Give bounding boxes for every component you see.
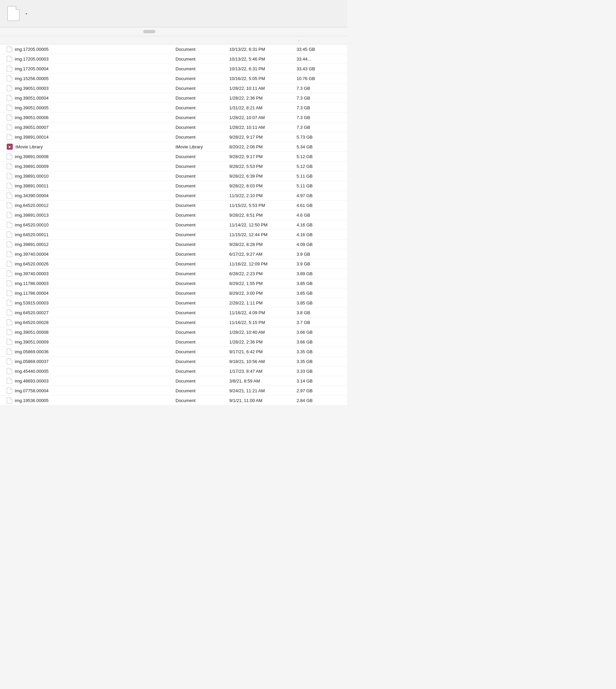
table-row[interactable]: img.39740.00003 Document 6/28/22, 2:23 P… — [0, 269, 347, 279]
table-row[interactable]: img.64520.00026 Document 11/16/22, 12:09… — [0, 259, 347, 269]
document-icon — [7, 251, 12, 257]
col-size-header[interactable]: ↓ — [296, 38, 340, 42]
table-row[interactable]: img.39891.00013 Document 9/28/22, 8:51 P… — [0, 210, 347, 220]
file-kind-cell: Document — [176, 105, 229, 110]
table-header: ↓ — [0, 36, 347, 44]
col-accessed-header[interactable] — [229, 38, 296, 42]
table-row[interactable]: img.17205.00003 Document 10/13/22, 5:46 … — [0, 54, 347, 64]
document-icon — [7, 261, 12, 267]
document-icon — [7, 339, 12, 345]
tab-file-browser[interactable] — [192, 30, 204, 33]
file-name-text: img.39051.00008 — [15, 330, 48, 335]
file-name-cell: img.39051.00008 — [7, 329, 176, 335]
document-icon — [7, 378, 12, 384]
table-row[interactable]: img.17205.00005 Document 10/13/22, 6:31 … — [0, 44, 347, 54]
table-row[interactable]: img.39051.00006 Document 1/28/22, 10:07 … — [0, 113, 347, 123]
file-accessed-cell: 11/16/22, 12:09 PM — [229, 261, 296, 266]
file-name-text: img.39891.00009 — [15, 164, 48, 169]
file-name-text: img.39051.00005 — [15, 105, 48, 110]
table-row[interactable]: img.39051.00009 Document 1/28/22, 2:36 P… — [0, 337, 347, 347]
file-kind-cell: Document — [176, 340, 229, 345]
table-row[interactable]: img.17205.00004 Document 10/13/22, 6:31 … — [0, 64, 347, 74]
file-name-text: img.11786.00003 — [15, 281, 48, 286]
table-row[interactable]: img.15256.00005 Document 10/16/22, 5:05 … — [0, 74, 347, 83]
file-kind-cell: Document — [176, 359, 229, 364]
table-row[interactable]: img.19536.00005 Document 9/1/21, 11:00 A… — [0, 396, 347, 405]
tab-containers[interactable] — [180, 30, 192, 33]
table-row[interactable]: img.64520.00027 Document 11/16/22, 4:09 … — [0, 308, 347, 318]
file-kind-cell: Document — [176, 320, 229, 325]
tab-downloads[interactable] — [155, 30, 168, 33]
file-accessed-cell: 9/1/21, 11:00 AM — [229, 398, 296, 403]
table-row[interactable]: img.39891.00010 Document 9/28/22, 6:39 P… — [0, 171, 347, 181]
file-size-cell: 4.97 GB — [296, 193, 340, 198]
file-size-cell: 3.9 GB — [296, 252, 340, 257]
table-row[interactable]: img.39891.00011 Document 9/28/22, 8:03 P… — [0, 181, 347, 191]
file-size-cell: 5.12 GB — [296, 154, 340, 159]
table-row[interactable]: img.05869.00037 Document 9/18/21, 10:56 … — [0, 357, 347, 366]
file-kind-cell: Document — [176, 76, 229, 81]
table-row[interactable]: img.45440.00005 Document 1/17/23, 8:47 A… — [0, 366, 347, 376]
file-size-cell: 2.97 GB — [296, 388, 340, 393]
table-row[interactable]: img.39891.00014 Document 9/28/22, 9:17 P… — [0, 132, 347, 142]
tab-unsupported-apps[interactable] — [168, 30, 180, 33]
table-row[interactable]: img.48693.00003 Document 3/8/21, 8:59 AM… — [0, 376, 347, 386]
document-icon — [7, 46, 12, 52]
file-name-text: img.64520.00010 — [15, 222, 48, 228]
document-icon — [7, 222, 12, 228]
document-icon — [7, 290, 12, 296]
file-name-text: img.17205.00005 — [15, 47, 48, 52]
table-row[interactable]: img.64520.00010 Document 11/14/22, 12:50… — [0, 220, 347, 230]
file-kind-cell: Document — [176, 203, 229, 208]
table-row[interactable]: img.39740.00004 Document 6/17/22, 9:27 A… — [0, 249, 347, 259]
file-name-text: img.19536.00005 — [15, 398, 48, 403]
file-accessed-cell: 11/16/22, 5:15 PM — [229, 320, 296, 325]
app-window: - ↓ img.17205.00005 Document 10/13/22, 6… — [0, 0, 347, 405]
table-row[interactable]: img.39891.00008 Document 9/28/22, 9:17 P… — [0, 152, 347, 162]
file-name-cell: img.64520.00028 — [7, 319, 176, 325]
file-name-text: img.64520.00027 — [15, 310, 48, 315]
table-row[interactable]: img.11786.00004 Document 8/29/22, 3:00 P… — [0, 288, 347, 298]
document-icon — [7, 183, 12, 189]
file-size-cell: 3.85 GB — [296, 281, 340, 286]
table-row[interactable]: img.39891.00012 Document 9/28/22, 8:28 P… — [0, 239, 347, 249]
file-kind-cell: Document — [176, 252, 229, 257]
file-size-cell: 4.09 GB — [296, 242, 340, 247]
file-kind-cell: Document — [176, 388, 229, 393]
table-row[interactable]: ▶ iMovie Library iMovie Library 8/20/22,… — [0, 142, 347, 152]
file-name-text: img.34390.00004 — [15, 193, 48, 198]
table-row[interactable]: img.39051.00005 Document 1/31/22, 8:21 A… — [0, 103, 347, 113]
table-row[interactable]: img.34390.00004 Document 11/3/22, 2:10 P… — [0, 191, 347, 200]
table-row[interactable]: img.53915.00003 Document 2/28/22, 1:11 P… — [0, 298, 347, 308]
table-row[interactable]: img.39051.00008 Document 1/28/22, 10:40 … — [0, 327, 347, 337]
table-row[interactable]: img.64520.00011 Document 11/15/22, 12:44… — [0, 230, 347, 239]
file-name-cell: img.39891.00010 — [7, 173, 176, 179]
file-name-text: img.64520.00012 — [15, 203, 48, 208]
file-kind-cell: Document — [176, 66, 229, 71]
file-size-cell: 4.16 GB — [296, 232, 340, 237]
file-size-cell: 3.33 GB — [296, 369, 340, 374]
file-accessed-cell: 9/28/22, 9:17 PM — [229, 134, 296, 139]
table-row[interactable]: img.11786.00003 Document 8/29/22, 1:55 P… — [0, 279, 347, 288]
table-row[interactable]: img.39891.00009 Document 9/28/22, 5:53 P… — [0, 162, 347, 171]
file-kind-cell: iMovie Library — [176, 144, 229, 149]
file-kind-cell: Document — [176, 330, 229, 335]
table-row[interactable]: img.05869.00036 Document 9/17/21, 6:42 P… — [0, 347, 347, 357]
file-kind-cell: Document — [176, 47, 229, 52]
col-kind-header[interactable] — [176, 38, 229, 42]
table-row[interactable]: img.64520.00012 Document 11/15/22, 5:53 … — [0, 200, 347, 210]
col-name-header[interactable] — [7, 38, 176, 42]
document-icon — [7, 280, 12, 286]
file-accessed-cell: 1/28/22, 2:36 PM — [229, 95, 296, 101]
table-row[interactable]: img.39051.00003 Document 1/28/22, 10:11 … — [0, 83, 347, 93]
table-row[interactable]: img.39051.00004 Document 1/28/22, 2:36 P… — [0, 93, 347, 103]
table-row[interactable]: img.07758.00004 Document 9/24/21, 11:21 … — [0, 386, 347, 396]
table-row[interactable]: img.64520.00028 Document 11/16/22, 5:15 … — [0, 318, 347, 327]
tab-large-files[interactable] — [143, 30, 155, 33]
file-kind-cell: Document — [176, 310, 229, 315]
file-kind-cell: Document — [176, 281, 229, 286]
file-size-cell: 3.89 GB — [296, 271, 340, 276]
file-name-text: img.39051.00007 — [15, 125, 48, 130]
table-row[interactable]: img.39051.00007 Document 1/28/22, 10:11 … — [0, 123, 347, 132]
file-name-cell: img.39891.00008 — [7, 153, 176, 159]
